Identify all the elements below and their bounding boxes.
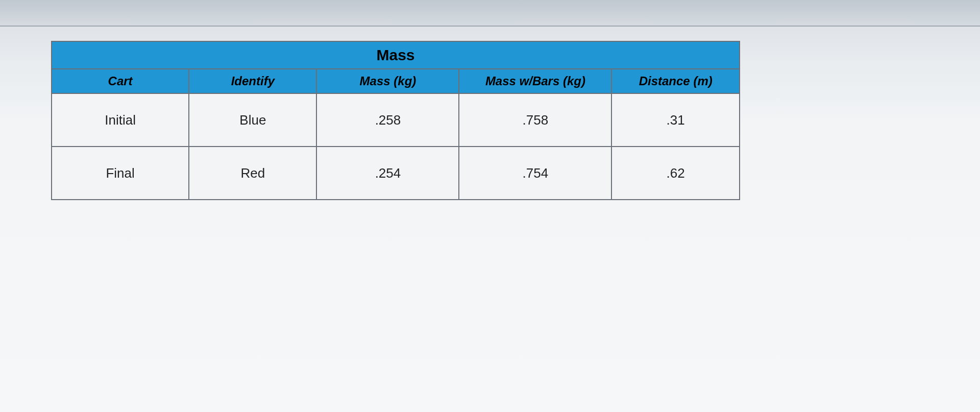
cell-identify: Blue — [189, 93, 316, 147]
cell-distance: .31 — [611, 93, 740, 147]
col-header-cart: Cart — [52, 69, 189, 93]
cell-mass-with-bars: .754 — [459, 147, 611, 200]
col-header-distance: Distance (m) — [611, 69, 740, 93]
table-row: Final Red .254 .754 .62 — [52, 147, 740, 200]
cell-mass: .258 — [316, 93, 459, 147]
col-header-mass: Mass (kg) — [316, 69, 459, 93]
table-title: Mass — [52, 41, 740, 69]
mass-data-table: Mass Cart Identify Mass (kg) Mass w/Bars… — [51, 41, 740, 200]
col-header-mass-with-bars: Mass w/Bars (kg) — [459, 69, 611, 93]
cell-identify: Red — [189, 147, 316, 200]
cell-cart: Final — [52, 147, 189, 200]
cell-distance: .62 — [611, 147, 740, 200]
cell-mass: .254 — [316, 147, 459, 200]
window-chrome-strip — [0, 0, 980, 27]
cell-mass-with-bars: .758 — [459, 93, 611, 147]
col-header-identify: Identify — [189, 69, 316, 93]
table-row: Initial Blue .258 .758 .31 — [52, 93, 740, 147]
cell-cart: Initial — [52, 93, 189, 147]
